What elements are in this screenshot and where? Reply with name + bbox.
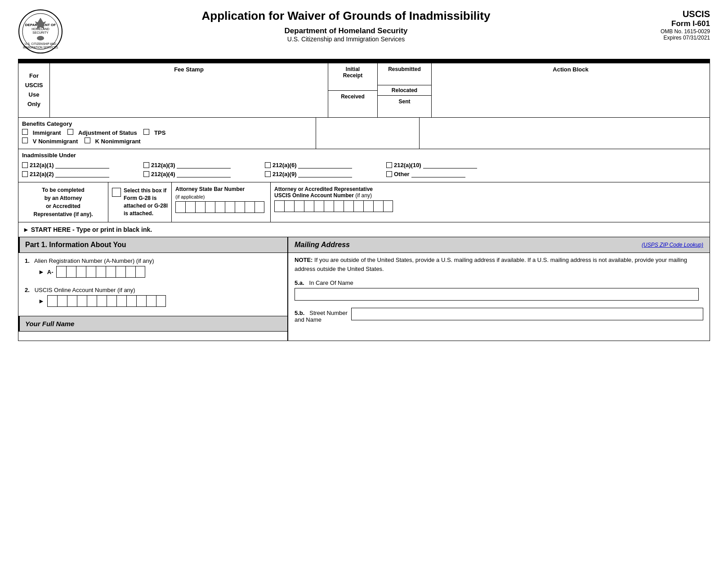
dept-name: Department of Homeland Security (72, 27, 620, 35)
inadmissible-row1: 212(a)(1) 212(a)(3) 212(a)(6) 212(a)(10) (22, 161, 706, 168)
v-nonimmigrant-checkbox[interactable] (22, 137, 28, 143)
use-label: Use (25, 90, 43, 100)
inadmissible-row2: 212(a)(2) 212(a)(4) 212(a)(9) Other (22, 170, 706, 177)
checkbox-other[interactable] (386, 171, 392, 177)
a-arrow: ► (38, 268, 45, 275)
inadmissible-title: Inadmissible Under (22, 152, 706, 159)
action-block-label: Action Block (434, 66, 707, 73)
header-divider (18, 59, 710, 63)
svg-text:U.S. CITIZENSHIP AND: U.S. CITIZENSHIP AND (25, 42, 56, 45)
note-text-content: If you are outside of the United States,… (295, 257, 687, 272)
checkbox-212a9[interactable] (265, 171, 271, 177)
checkbox-212a10[interactable] (386, 162, 392, 168)
benefits-row: Benefits Category Immigrant Adjustment o… (18, 118, 710, 149)
checkbox-212a2[interactable] (22, 171, 28, 177)
received-label: Received (328, 91, 377, 118)
field1-label: 1. Alien Registration Number (A-Number) … (25, 257, 281, 264)
form-number: Form I-601 (629, 19, 710, 28)
g28-checkbox[interactable] (112, 188, 121, 197)
main-left-col: Part 1. Information About You 1. Alien R… (18, 237, 288, 341)
field-online-account-group: 2. USCIS Online Account Number (if any) … (18, 282, 287, 311)
field-5b-num: 5.b. (295, 310, 304, 316)
attorney-bar-label: Attorney State Bar Number (175, 186, 267, 192)
attorney-col4: Attorney or Accredited Representative US… (271, 182, 710, 222)
attorney-section: To be completed by an Attorney or Accred… (18, 182, 710, 222)
a-number-input[interactable] (56, 266, 145, 278)
main-two-col: Part 1. Information About You 1. Alien R… (18, 237, 710, 341)
benefits-right-space (316, 118, 420, 149)
k-nonimmigrant-checkbox[interactable] (85, 137, 90, 143)
main-right-col: Mailing Address (USPS ZIP Code Lookup) N… (288, 237, 710, 341)
checkbox-212a1[interactable] (22, 162, 28, 168)
a-number-row: ► A- (25, 266, 281, 278)
sent-label: Sent (378, 96, 431, 117)
attorney-col1: To be completed by an Attorney or Accred… (18, 182, 108, 222)
start-here-line: ► START HERE - Type or print in black in… (18, 222, 710, 237)
svg-text:IMMIGRATION SERVICES: IMMIGRATION SERVICES (23, 46, 58, 49)
field-5b-label: 5.b. Street Number and Name (295, 308, 348, 323)
item-212a9: 212(a)(9) (265, 170, 382, 177)
attorney-bar-input[interactable] (175, 201, 267, 213)
resubmitted-col: Resubmitted Relocated Sent (378, 63, 432, 117)
svg-text:SECURITY: SECURITY (32, 31, 49, 34)
item-other: Other (386, 170, 503, 177)
item-212a6: 212(a)(6) (265, 161, 382, 168)
admin-top-row: For USCIS Use Only Fee Stamp Initial Rec… (18, 63, 710, 118)
for-uscis-label: For USCIS Use Only (18, 63, 50, 117)
online-num-input[interactable] (47, 295, 166, 307)
field-5a-num: 5.a. (295, 279, 304, 286)
initial-receipt-col: Initial Receipt Received (328, 63, 378, 117)
field-5a-label: 5.a. In Care Of Name (295, 279, 703, 286)
attorney-col3: Attorney State Bar Number (if applicable… (172, 182, 271, 222)
field-5b-input[interactable] (351, 308, 703, 320)
part1-header: Part 1. Information About You (18, 237, 287, 253)
item-212a1: 212(a)(1) (22, 161, 139, 168)
field2-label: 2. USCIS Online Account Number (if any) (25, 287, 281, 293)
mailing-note: NOTE: If you are outside of the United S… (288, 253, 710, 276)
benefits-line2: V Nonimmigrant K Nonimmigrant (22, 137, 312, 145)
page-header: DEPARTMENT OF HOMELAND SECURITY U.S. CIT… (18, 9, 710, 55)
header-title-block: Application for Waiver of Grounds of Ina… (63, 9, 629, 43)
initial-receipt-label: Initial Receipt (328, 63, 377, 91)
for-label: For (25, 71, 43, 81)
field-5a-input[interactable] (295, 288, 699, 301)
main-title: Application for Waiver of Grounds of Ina… (72, 9, 620, 23)
omb-number: OMB No. 1615-0029 (629, 28, 710, 35)
tps-checkbox[interactable] (143, 129, 149, 135)
benefits-title: Benefits Category (22, 120, 312, 127)
full-name-header: Your Full Name (18, 316, 287, 332)
uscis-use-label: USCIS (25, 81, 43, 90)
item-212a10: 212(a)(10) (386, 161, 503, 168)
benefits-left: Benefits Category Immigrant Adjustment o… (18, 118, 316, 149)
expiry-date: Expires 07/31/2021 (629, 35, 710, 41)
note-label: NOTE: (295, 257, 313, 263)
attorney-account-label: Attorney or Accredited Representative US… (274, 186, 706, 199)
start-here-text: ► START HERE - Type or print in black in… (23, 226, 152, 233)
checkbox-212a4[interactable] (143, 171, 149, 177)
relocated-label: Relocated (378, 85, 431, 96)
field-5a-group: 5.a. In Care Of Name (288, 276, 710, 304)
field-5b-group: 5.b. Street Number and Name (288, 304, 710, 327)
svg-text:HOMELAND: HOMELAND (31, 27, 49, 31)
attorney-account-input[interactable] (274, 200, 706, 212)
adjustment-checkbox[interactable] (67, 129, 73, 135)
fee-stamp-label: Fee Stamp (53, 66, 325, 73)
form-body: For USCIS Use Only Fee Stamp Initial Rec… (18, 63, 710, 341)
mailing-title: Mailing Address (288, 237, 635, 252)
only-label: Only (25, 100, 43, 109)
attorney-bar-sublabel: (if applicable) (175, 194, 267, 199)
online-num-row: ► (25, 295, 281, 307)
uscis-label: USCIS (629, 9, 710, 19)
checkbox-212a3[interactable] (143, 162, 149, 168)
svg-point-5 (37, 36, 44, 40)
item-212a4: 212(a)(4) (143, 170, 260, 177)
fee-stamp-box: Fee Stamp (50, 63, 328, 117)
attorney-col2: Select this box if Form G-28 is attached… (108, 182, 172, 222)
checkbox-212a6[interactable] (265, 162, 271, 168)
immigrant-checkbox[interactable] (22, 129, 28, 135)
inadmissible-section: Inadmissible Under 212(a)(1) 212(a)(3) 2… (18, 149, 710, 182)
action-block: Action Block (432, 63, 710, 117)
usps-link[interactable]: (USPS ZIP Code Lookup) (635, 237, 710, 252)
benefits-action-space (420, 118, 710, 149)
field-a-number-group: 1. Alien Registration Number (A-Number) … (18, 253, 287, 282)
